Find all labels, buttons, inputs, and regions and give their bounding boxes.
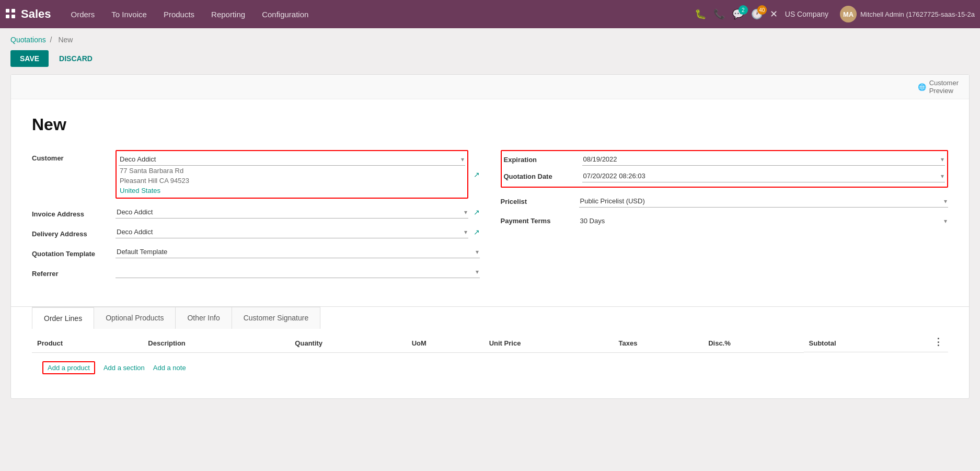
delivery-address-arrow[interactable]: ▾: [464, 228, 467, 236]
quotation-template-input-row: ▾: [116, 246, 480, 258]
table-more-icon[interactable]: ⋮: [933, 336, 943, 348]
customer-input[interactable]: [120, 155, 461, 163]
expiration-row: Expiration 08/19/2022 ▾: [504, 153, 946, 166]
phone-icon[interactable]: 📞: [713, 8, 725, 20]
quotation-template-label: Quotation Template: [32, 246, 116, 258]
add-product-button[interactable]: Add a product: [42, 361, 95, 374]
delivery-address-external-link[interactable]: ↗: [474, 228, 480, 236]
invoice-address-external-link[interactable]: ↗: [474, 208, 480, 216]
col-quantity: Quantity: [290, 334, 406, 352]
save-button[interactable]: SAVE: [10, 50, 49, 67]
form-title: New: [32, 115, 948, 134]
quotation-date-arrow[interactable]: ▾: [941, 173, 944, 180]
invoice-address-input-row: ▾: [116, 206, 468, 219]
col-description: Description: [143, 334, 290, 352]
app-brand[interactable]: Sales: [21, 7, 51, 21]
referrer-input[interactable]: [117, 268, 476, 275]
breadcrumb: Quotations / New: [0, 28, 980, 47]
col-product: Product: [32, 334, 143, 352]
pricelist-arrow[interactable]: ▾: [944, 198, 947, 205]
referrer-input-row: ▾: [116, 266, 480, 278]
delivery-address-value: ▾ ↗: [116, 226, 480, 238]
col-disc: Disc.%: [703, 334, 803, 352]
right-column: Expiration 08/19/2022 ▾ Quotation Date 0…: [501, 150, 949, 285]
tabs: Order Lines Optional Products Other Info…: [32, 307, 948, 329]
expiration-label: Expiration: [504, 156, 582, 164]
nav-reporting[interactable]: Reporting: [204, 0, 252, 28]
referrer-value: ▾: [116, 266, 480, 278]
svg-rect-1: [11, 9, 15, 13]
tabs-container: Order Lines Optional Products Other Info…: [11, 306, 969, 329]
col-unit-price: Unit Price: [484, 334, 614, 352]
delivery-address-input-row: ▾: [116, 226, 468, 238]
order-table: Product Description Quantity UoM Unit Pr…: [32, 334, 948, 383]
expiration-value-container: 08/19/2022 ▾: [582, 153, 946, 166]
delivery-address-input[interactable]: [117, 228, 464, 236]
invoice-address-input[interactable]: [117, 208, 464, 216]
add-note-button[interactable]: Add a note: [153, 364, 186, 372]
messages-icon[interactable]: 💬 2: [732, 8, 744, 20]
payment-terms-value-container: 30 Days ▾: [579, 215, 949, 227]
customer-address2: Pleasant Hill CA 94523: [119, 176, 465, 186]
quotation-template-value: ▾: [116, 246, 480, 258]
delivery-address-label: Delivery Address: [32, 226, 116, 238]
quotation-date-label: Quotation Date: [504, 173, 582, 180]
quotation-date-row: Quotation Date 07/20/2022 08:26:03 ▾: [504, 170, 946, 182]
close-icon[interactable]: ✕: [770, 8, 778, 20]
quotation-date-value: 07/20/2022 08:26:03: [583, 172, 645, 180]
nav-configuration[interactable]: Configuration: [255, 0, 316, 28]
breadcrumb-current: New: [58, 36, 73, 44]
nav-orders[interactable]: Orders: [64, 0, 102, 28]
quotation-template-arrow[interactable]: ▾: [476, 248, 479, 256]
add-row: Add a product Add a section Add a note: [32, 352, 948, 383]
tab-other-info[interactable]: Other Info: [175, 307, 232, 329]
customer-value: ▾ 77 Santa Barbara Rd Pleasant Hill CA 9…: [116, 150, 480, 199]
invoice-address-label: Invoice Address: [32, 206, 116, 218]
bug-icon[interactable]: 🐛: [695, 8, 706, 20]
customer-label: Customer: [32, 150, 116, 162]
discard-button[interactable]: DISCARD: [54, 50, 98, 67]
form-area: New Customer ▾ 77 Santa Barbara Rd: [11, 99, 969, 296]
customer-address3: United States: [119, 186, 465, 196]
user-menu[interactable]: MA Mitchell Admin (17627725-saas-15-2a: [840, 6, 975, 22]
invoice-address-arrow[interactable]: ▾: [464, 209, 467, 216]
col-uom: UoM: [407, 334, 484, 352]
expiration-value: 08/19/2022: [583, 155, 617, 163]
breadcrumb-separator: /: [50, 36, 52, 44]
breadcrumb-parent[interactable]: Quotations: [10, 36, 46, 44]
add-section-button[interactable]: Add a section: [103, 364, 145, 372]
referrer-row: Referrer ▾: [32, 266, 480, 278]
payment-terms-row: Payment Terms 30 Days ▾: [501, 215, 949, 227]
nav-to-invoice[interactable]: To Invoice: [104, 0, 154, 28]
grid-icon[interactable]: [5, 8, 16, 20]
svg-rect-0: [6, 9, 9, 13]
globe-icon: 🌐: [918, 83, 926, 91]
activity-icon[interactable]: 🕐 40: [751, 8, 763, 20]
svg-rect-2: [6, 15, 9, 18]
nav-products[interactable]: Products: [156, 0, 202, 28]
payment-terms-arrow[interactable]: ▾: [944, 217, 947, 225]
expiration-arrow[interactable]: ▾: [941, 156, 944, 163]
svg-rect-3: [11, 15, 15, 18]
invoice-address-value: ▾ ↗: [116, 206, 480, 219]
tab-optional-products[interactable]: Optional Products: [94, 307, 176, 329]
preview-strip: 🌐 CustomerPreview: [11, 75, 969, 99]
payment-terms-value: 30 Days: [580, 217, 605, 225]
customer-dropdown-arrow[interactable]: ▾: [461, 156, 464, 163]
customer-preview-label: CustomerPreview: [929, 79, 959, 95]
pricelist-value-container: Public Pricelist (USD) ▾: [579, 195, 949, 208]
left-column: Customer ▾ 77 Santa Barbara Rd Pleasant …: [32, 150, 480, 285]
quotation-date-value-container: 07/20/2022 08:26:03 ▾: [582, 170, 946, 182]
customer-preview-button[interactable]: 🌐 CustomerPreview: [918, 79, 959, 95]
customer-external-link[interactable]: ↗: [474, 170, 480, 179]
quotation-template-input[interactable]: [117, 248, 476, 256]
main-content: 🌐 CustomerPreview New Customer ▾: [10, 74, 970, 399]
order-table-container: Product Description Quantity UoM Unit Pr…: [11, 334, 969, 398]
tab-customer-signature[interactable]: Customer Signature: [232, 307, 321, 329]
tab-order-lines[interactable]: Order Lines: [32, 307, 94, 329]
payment-terms-label: Payment Terms: [501, 217, 579, 225]
table-header-row: Product Description Quantity UoM Unit Pr…: [32, 334, 948, 352]
customer-address1: 77 Santa Barbara Rd: [119, 166, 465, 176]
referrer-arrow[interactable]: ▾: [476, 268, 479, 275]
company-selector[interactable]: US Company: [785, 10, 828, 18]
